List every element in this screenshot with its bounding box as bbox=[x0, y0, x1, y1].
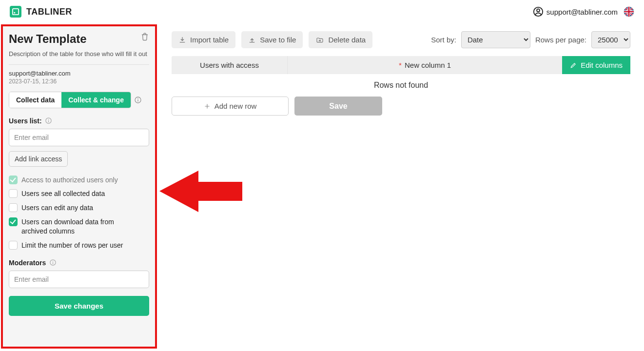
info-icon[interactable] bbox=[134, 96, 142, 104]
svg-rect-7 bbox=[137, 99, 138, 101]
column-users-with-access[interactable]: Users with access bbox=[172, 56, 288, 74]
moderators-label: Moderators bbox=[9, 259, 149, 267]
checkbox-edit-any-label: Users can edit any data bbox=[21, 203, 93, 213]
svg-rect-13 bbox=[53, 262, 53, 264]
delete-data-button[interactable]: Delete data bbox=[309, 31, 372, 48]
owner-email: support@tabliner.com bbox=[9, 70, 149, 77]
info-icon[interactable] bbox=[49, 259, 57, 267]
template-title[interactable]: New Template bbox=[9, 32, 87, 46]
rows-per-page-select[interactable]: 25000 bbox=[591, 31, 630, 48]
logo-icon bbox=[10, 6, 21, 18]
checkbox-edit-any[interactable] bbox=[9, 203, 18, 212]
svg-rect-1 bbox=[14, 12, 16, 14]
trash-icon bbox=[140, 32, 149, 41]
header-left: TABLINER bbox=[10, 6, 72, 18]
header-user[interactable]: support@tabliner.com bbox=[533, 6, 618, 17]
checkbox-authorized-only bbox=[9, 176, 18, 184]
table-header: Users with access * New column 1 Edit co… bbox=[172, 56, 630, 74]
edit-columns-button[interactable]: Edit columns bbox=[562, 56, 630, 74]
svg-point-12 bbox=[52, 261, 53, 262]
checkbox-limit-rows-label: Limit the number of rows per user bbox=[21, 241, 123, 250]
info-icon[interactable] bbox=[45, 117, 53, 125]
header: TABLINER support@tabliner.com bbox=[0, 0, 644, 23]
header-user-email: support@tabliner.com bbox=[546, 8, 618, 16]
add-new-row-button[interactable]: Add new row bbox=[172, 97, 289, 116]
settings-sidebar: New Template Description of the table fo… bbox=[1, 24, 157, 349]
sort-by-select[interactable]: Date bbox=[461, 31, 530, 48]
download-icon bbox=[178, 36, 186, 44]
user-icon bbox=[533, 6, 544, 17]
save-button[interactable]: Save bbox=[294, 97, 382, 116]
svg-rect-10 bbox=[48, 120, 49, 122]
svg-point-6 bbox=[137, 98, 138, 99]
svg-point-9 bbox=[48, 119, 49, 120]
pencil-icon bbox=[570, 62, 577, 69]
brand-name: TABLINER bbox=[26, 7, 72, 17]
folder-delete-icon bbox=[315, 36, 324, 44]
column-new-column-1[interactable]: * New column 1 bbox=[288, 56, 562, 74]
import-table-button[interactable]: Import table bbox=[172, 31, 235, 48]
checkbox-limit-rows[interactable] bbox=[9, 241, 18, 250]
mode-collect-change[interactable]: Collect & change bbox=[61, 92, 131, 108]
moderators-email-input[interactable] bbox=[9, 271, 149, 288]
main-content: Import table Save to file Delete data So… bbox=[157, 23, 644, 123]
add-link-access-button[interactable]: Add link access bbox=[9, 151, 68, 167]
save-changes-button[interactable]: Save changes bbox=[9, 296, 149, 316]
divider bbox=[9, 64, 149, 65]
required-asterisk: * bbox=[399, 61, 402, 69]
empty-state: Rows not found bbox=[172, 81, 630, 90]
rows-per-page-label: Rows per page: bbox=[535, 36, 586, 44]
checkbox-see-all[interactable] bbox=[9, 189, 18, 198]
users-list-label: Users list: bbox=[9, 117, 149, 125]
delete-template-button[interactable] bbox=[140, 32, 149, 41]
checkbox-download-archived[interactable] bbox=[9, 217, 18, 226]
mode-toggle: Collect data Collect & change bbox=[9, 92, 131, 108]
checkbox-authorized-only-label: Access to authorized users only bbox=[21, 176, 118, 185]
save-to-file-button[interactable]: Save to file bbox=[241, 31, 303, 48]
svg-point-3 bbox=[537, 9, 540, 12]
checkbox-download-archived-label: Users can download data from archived co… bbox=[21, 217, 131, 236]
created-timestamp: 2023-07-15, 12:36 bbox=[9, 78, 149, 85]
checkbox-see-all-label: Users see all collected data bbox=[21, 189, 105, 198]
upload-icon bbox=[248, 36, 256, 44]
template-description[interactable]: Description of the table for those who w… bbox=[9, 50, 149, 58]
users-email-input[interactable] bbox=[9, 129, 149, 146]
header-right: support@tabliner.com bbox=[533, 6, 634, 17]
plus-icon bbox=[204, 103, 211, 110]
locale-flag-icon[interactable] bbox=[624, 6, 634, 17]
mode-collect-data[interactable]: Collect data bbox=[9, 92, 61, 108]
svg-rect-0 bbox=[13, 9, 19, 15]
sort-by-label: Sort by: bbox=[431, 36, 456, 44]
